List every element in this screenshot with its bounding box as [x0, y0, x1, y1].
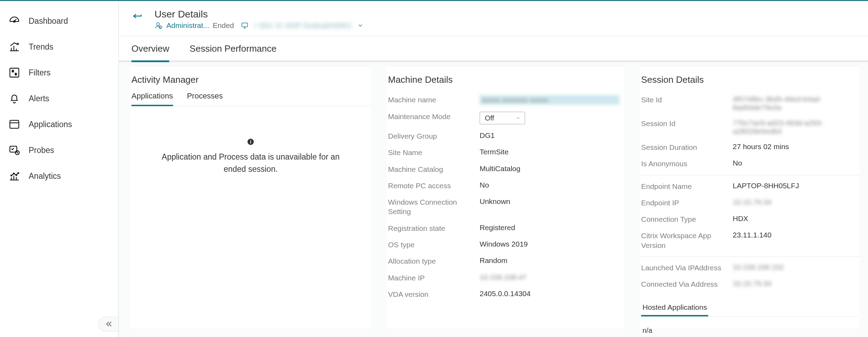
svg-text:i: i	[160, 26, 160, 28]
label-wcs: Windows Connection Setting	[388, 197, 475, 217]
session-details-title: Session Details	[640, 66, 860, 91]
kv-site-id: Site Id 4f5748bc-3bd5-48ed-b4ad-8ad93de7…	[640, 91, 860, 115]
value-machine-ip: 10.158.108.47	[480, 273, 619, 281]
kv-registration-state: Registration state Registered	[387, 220, 621, 236]
sidebar-item-label: Alerts	[29, 94, 49, 103]
kv-endpoint-name: Endpoint Name LAPTOP-8HH05LFJ	[640, 178, 860, 195]
kv-wcs: Windows Connection Setting Unknown	[387, 194, 621, 220]
kv-allocation-type: Allocation type Random	[387, 253, 621, 269]
hosted-applications-title[interactable]: Hosted Applications	[641, 293, 708, 316]
value-cwa-version: 23.11.1.140	[733, 231, 858, 239]
value-endpoint-name: LAPTOP-8HH05LFJ	[733, 182, 858, 190]
sidebar-item-label: Applications	[29, 120, 72, 129]
value-machine-catalog: MultiCatalog	[480, 164, 619, 173]
separator	[640, 256, 860, 257]
page-title: User Details	[155, 9, 364, 20]
label-remote-pc: Remote PC access	[388, 181, 475, 190]
label-session-duration: Session Duration	[641, 142, 729, 152]
svg-rect-1	[10, 68, 19, 77]
alerts-icon	[8, 92, 21, 105]
sidebar-item-alerts[interactable]: Alerts	[0, 86, 119, 111]
sidebar-item-probes[interactable]: Probes	[0, 137, 119, 163]
value-maintenance-mode: Off	[480, 112, 619, 124]
analytics-icon	[8, 169, 21, 183]
tab-overview[interactable]: Overview	[131, 43, 169, 62]
label-delivery-group: Delivery Group	[388, 131, 475, 141]
value-is-anonymous: No	[733, 159, 858, 167]
label-machine-ip: Machine IP	[388, 273, 475, 283]
kv-launched-via: Launched Via IPAddress 10.158.108.152	[640, 259, 860, 276]
label-connection-type: Connection Type	[641, 214, 729, 224]
value-site-name: TermSite	[480, 148, 619, 156]
kv-remote-pc: Remote PC access No	[387, 177, 621, 194]
svg-rect-16	[250, 141, 251, 144]
kv-session-id: Session Id 77bc7ac9-ad23-463d-a293-a2802…	[640, 115, 860, 139]
value-site-id: 4f5748bc-3bd5-48ed-b4ad-8ad93de79c0a	[733, 95, 858, 112]
subtab-applications[interactable]: Applications	[131, 91, 173, 106]
label-endpoint-ip: Endpoint IP	[641, 198, 729, 207]
collapse-sidebar-button[interactable]	[98, 317, 119, 331]
value-delivery-group: DG1	[480, 131, 619, 140]
kv-session-duration: Session Duration 27 hours 02 mins	[640, 139, 860, 155]
sidebar-item-applications[interactable]: Applications	[0, 111, 119, 137]
breadcrumb-status: Ended	[213, 21, 234, 30]
label-cwa-version: Citrix Workspace App Version	[641, 231, 729, 250]
sidebar-item-dashboard[interactable]: Dashboard	[0, 8, 119, 34]
maintenance-mode-select[interactable]: Off	[480, 112, 525, 124]
chevron-down-icon[interactable]	[357, 22, 364, 29]
svg-rect-4	[10, 120, 19, 129]
kv-os-type: OS type Windows 2019	[387, 236, 621, 253]
main: User Details i Administrat... Ended I S0…	[119, 1, 868, 337]
breadcrumb-machine[interactable]: I S01 IC ASP Dxdsa0VDKC	[254, 21, 352, 30]
label-session-id: Session Id	[641, 119, 729, 128]
value-launched-via: 10.158.108.152	[733, 263, 858, 271]
activity-manager-title: Activity Manager	[130, 66, 371, 91]
separator	[640, 175, 860, 175]
trends-icon	[8, 40, 21, 53]
value-allocation-type: Random	[480, 256, 619, 265]
value-wcs: Unknown	[480, 197, 619, 206]
value-connection-type: HDX	[733, 214, 858, 223]
sidebar-item-trends[interactable]: Trends	[0, 34, 119, 60]
applications-icon	[8, 118, 21, 131]
back-button[interactable]	[130, 10, 145, 25]
kv-machine-catalog: Machine Catalog MultiCatalog	[387, 161, 621, 177]
breadcrumb-user-link[interactable]: Administrat...	[166, 21, 209, 30]
sidebar-item-label: Dashboard	[29, 16, 68, 26]
label-allocation-type: Allocation type	[388, 256, 475, 266]
maintenance-mode-value: Off	[485, 114, 494, 122]
label-machine-name: Machine name	[388, 95, 475, 104]
label-launched-via: Launched Via IPAddress	[641, 263, 729, 272]
label-machine-catalog: Machine Catalog	[388, 164, 475, 174]
sidebar-item-label: Analytics	[29, 171, 61, 181]
info-icon	[246, 138, 255, 146]
kv-maintenance-mode: Maintenance Mode Off	[387, 108, 621, 128]
value-session-duration: 27 hours 02 mins	[733, 142, 858, 151]
sidebar-item-filters[interactable]: Filters	[0, 60, 119, 86]
label-site-id: Site Id	[641, 95, 729, 104]
value-machine-name: xxxxx xxxxxxx xxxxx	[480, 95, 619, 105]
kv-connection-type: Connection Type HDX	[640, 211, 860, 227]
tab-session-performance[interactable]: Session Performance	[189, 43, 277, 62]
value-endpoint-ip: 10.15.79.34	[733, 198, 858, 206]
probes-icon	[8, 144, 21, 157]
svg-point-11	[157, 23, 159, 25]
label-registration-state: Registration state	[388, 224, 475, 233]
header-titles: User Details i Administrat... Ended I S0…	[155, 9, 364, 30]
machine-details-panel: Machine Details Machine name xxxxx xxxxx…	[387, 66, 624, 329]
machine-details-title: Machine Details	[387, 66, 621, 91]
sidebar-item-analytics[interactable]: Analytics	[0, 163, 119, 189]
filters-icon	[8, 66, 21, 79]
hosted-applications-value: n/a	[641, 317, 858, 336]
label-vda-version: VDA version	[388, 290, 475, 299]
subtab-processes[interactable]: Processes	[187, 91, 223, 106]
sidebar-items: Dashboard Trends Filters Alerts Applicat…	[0, 1, 119, 189]
sidebar-item-label: Probes	[29, 146, 54, 155]
kv-machine-name: Machine name xxxxx xxxxxxx xxxxx	[387, 91, 621, 108]
activity-subtabs: Applications Processes	[130, 91, 371, 106]
kv-delivery-group: Delivery Group DG1	[387, 128, 621, 144]
label-is-anonymous: Is Anonymous	[641, 159, 729, 168]
activity-empty-text: Application and Process data is unavaila…	[160, 151, 342, 175]
monitor-icon	[240, 22, 249, 29]
sidebar-item-label: Filters	[29, 68, 51, 78]
